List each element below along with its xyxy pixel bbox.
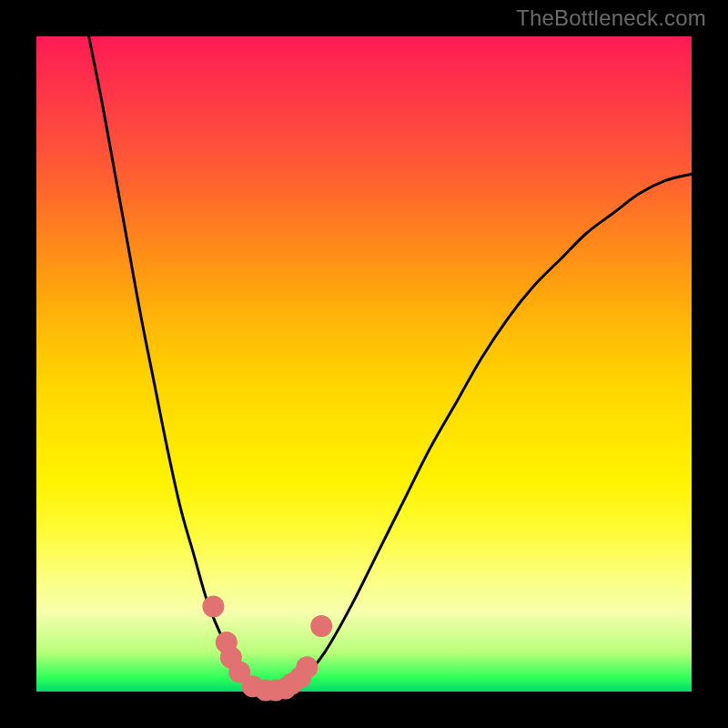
highlight-dot <box>310 615 332 637</box>
highlight-dot <box>296 656 318 678</box>
highlight-dots <box>202 595 332 701</box>
chart-frame: TheBottleneck.com <box>0 0 728 728</box>
plot-area <box>36 36 692 692</box>
curve-lines <box>89 36 692 693</box>
highlight-dot <box>202 595 224 617</box>
attribution-label: TheBottleneck.com <box>516 5 706 31</box>
curve-layer <box>36 36 692 692</box>
bottleneck-curve <box>89 36 692 693</box>
